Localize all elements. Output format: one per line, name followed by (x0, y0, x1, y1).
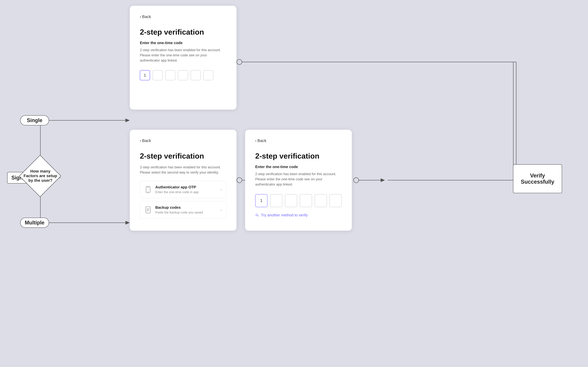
key-icon (255, 213, 259, 217)
single-label: Single (27, 117, 42, 123)
method-authenticator-desc: Enter the one-time code in app (155, 190, 199, 194)
otp-box-5[interactable] (191, 70, 201, 80)
method-backup-title: Backup codes (155, 205, 203, 210)
svg-point-8 (237, 59, 242, 65)
card-br-desc: 2-step verification has been enabled for… (255, 171, 342, 187)
method-backup-desc: Paste the backup code you saved (155, 211, 203, 214)
svg-point-15 (237, 178, 242, 183)
svg-point-12 (353, 178, 359, 183)
otp-br-box-1[interactable]: 1 (255, 194, 268, 207)
back-label-br: Back (257, 138, 266, 143)
otp-box-4[interactable] (178, 70, 188, 80)
otp-box-1[interactable]: 1 (140, 70, 150, 80)
back-button-top[interactable]: ‹ Back (140, 14, 226, 19)
otp-box-3[interactable] (165, 70, 175, 80)
card-top-title: 2-step verification (140, 28, 226, 36)
method-backup-left: Backup codes Paste the backup code you s… (144, 205, 203, 214)
back-chevron-br: ‹ (255, 138, 257, 143)
card-br-subtitle: Enter the one-time code (255, 165, 342, 169)
diamond-node (19, 155, 61, 197)
svg-marker-4 (126, 118, 130, 122)
verify-label: Verify Successfully (521, 173, 554, 185)
chevron-authenticator: › (221, 187, 222, 192)
card-br-title: 2-step verification (255, 152, 342, 160)
card-bottom-left: ‹ Back 2-step verification 2-step verifi… (130, 130, 236, 231)
otp-box-2[interactable] (152, 70, 163, 80)
back-label-bl: Back (142, 138, 151, 143)
method-authenticator-info: Authenticator app OTP Enter the one-time… (155, 185, 199, 194)
card-bl-title: 2-step verification (140, 152, 226, 160)
back-chevron-bl: ‹ (140, 138, 141, 143)
method-authenticator-title: Authenticator app OTP (155, 185, 199, 189)
back-chevron-top: ‹ (140, 14, 141, 19)
card-top-subtitle: Enter the one-time code (140, 41, 226, 45)
card-top-desc: 2-step verification has been enabled for… (140, 47, 226, 63)
try-another-method[interactable]: Try another method to verify (255, 213, 342, 217)
try-another-label: Try another method to verify (261, 213, 308, 217)
otp-br-box-6[interactable] (329, 194, 342, 207)
method-backup[interactable]: Backup codes Paste the backup code you s… (140, 201, 226, 218)
phone-icon (144, 186, 152, 193)
otp-br-box-2[interactable] (270, 194, 282, 207)
otp-box-6[interactable] (203, 70, 213, 80)
multiple-label: Multiple (25, 220, 44, 226)
svg-point-23 (148, 192, 149, 192)
card-bl-desc: 2-step verification has been enabled for… (140, 165, 226, 175)
method-authenticator-left: Authenticator app OTP Enter the one-time… (144, 185, 199, 194)
card-bottom-right: ‹ Back 2-step verification Enter the one… (245, 130, 352, 231)
single-node: Single (20, 115, 49, 125)
otp-br-box-5[interactable] (315, 194, 327, 207)
svg-marker-14 (381, 178, 385, 182)
otp-br-box-3[interactable] (285, 194, 297, 207)
back-button-br[interactable]: ‹ Back (255, 138, 342, 143)
otp-row-top: 1 (140, 70, 226, 80)
method-authenticator[interactable]: Authenticator app OTP Enter the one-time… (140, 181, 226, 198)
back-label-top: Back (142, 14, 151, 19)
back-button-bl[interactable]: ‹ Back (140, 138, 226, 143)
method-backup-info: Backup codes Paste the backup code you s… (155, 205, 203, 214)
svg-marker-21 (19, 155, 61, 197)
verify-node: Verify Successfully (513, 164, 562, 193)
svg-marker-7 (126, 221, 130, 225)
multiple-node: Multiple (20, 218, 49, 228)
otp-row-br: 1 (255, 194, 342, 207)
document-icon (144, 206, 152, 214)
chevron-backup: › (221, 208, 222, 212)
otp-br-box-4[interactable] (300, 194, 312, 207)
card-top: ‹ Back 2-step verification Enter the one… (130, 6, 236, 109)
